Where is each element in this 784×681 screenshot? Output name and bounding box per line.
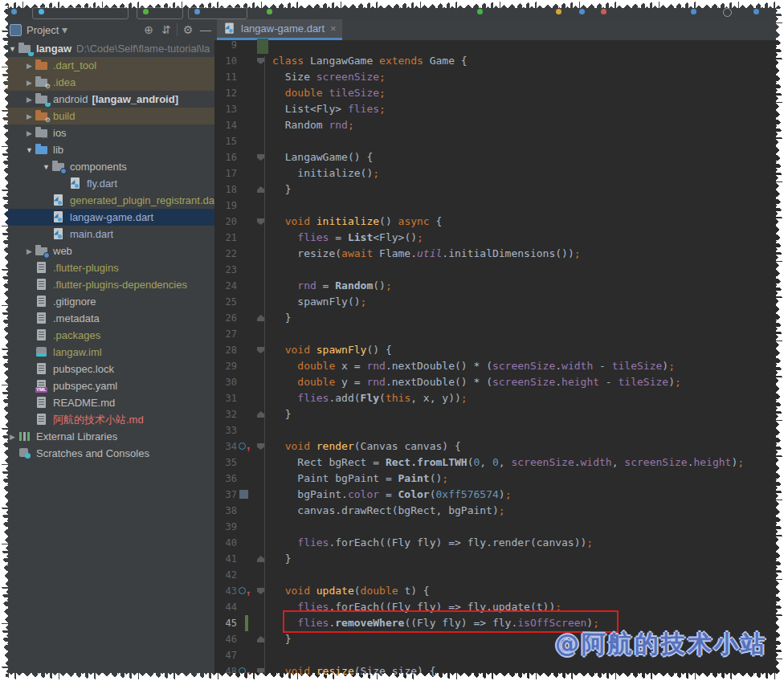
code-line-22[interactable]: 22 resize(await Flame.util.initialDimens… bbox=[214, 246, 782, 262]
code-line-36[interactable]: 36 Paint bgPaint = Paint(); bbox=[214, 471, 782, 487]
tree-item-.flutter-plugins-dependencies[interactable]: .flutter-plugins-dependencies bbox=[2, 276, 214, 293]
fold-open-icon[interactable] bbox=[257, 58, 264, 64]
code-line-26[interactable]: 26 } bbox=[214, 310, 782, 326]
code-line-37[interactable]: 37 bgPaint.color = Color(0xff576574); bbox=[214, 487, 782, 503]
close-icon[interactable]: × bbox=[330, 22, 337, 35]
code-line-32[interactable]: 32 } bbox=[214, 406, 782, 422]
code-line-23[interactable]: 23 bbox=[214, 262, 782, 278]
fold-close-icon[interactable] bbox=[257, 636, 264, 642]
tree-item-main.dart[interactable]: main.dart bbox=[2, 226, 214, 243]
overrides-method-icon[interactable] bbox=[239, 587, 246, 594]
tree-closed-arrow-icon[interactable]: ▶ bbox=[23, 79, 35, 87]
color-preview-swatch[interactable] bbox=[239, 490, 248, 499]
code-line-16[interactable]: 16 LangawGame() { bbox=[214, 149, 782, 165]
tree-closed-arrow-icon[interactable]: ▶ bbox=[23, 129, 35, 137]
fold-open-icon[interactable] bbox=[257, 443, 264, 450]
tree-item-langaw-game.dart[interactable]: langaw-game.dart bbox=[2, 209, 214, 226]
code-line-43[interactable]: 43 void update(double t) { bbox=[214, 583, 782, 599]
project-header-title[interactable]: Project bbox=[27, 24, 59, 36]
fold-open-icon[interactable] bbox=[257, 218, 264, 225]
tree-item-.flutter-plugins[interactable]: .flutter-plugins bbox=[2, 259, 214, 276]
code-line-42[interactable]: 42 bbox=[214, 567, 782, 583]
code-line-31[interactable]: 31 flies.add(Fly(this, x, y)); bbox=[214, 390, 782, 406]
tree-item-.gitignore[interactable]: .gitignore bbox=[2, 293, 214, 310]
tree-closed-arrow-icon[interactable]: ▶ bbox=[23, 62, 35, 70]
fold-close-icon[interactable] bbox=[257, 411, 264, 418]
code-line-25[interactable]: 25 spawnFly(); bbox=[214, 294, 782, 310]
tree-item-generated_plugin_registrant.dart[interactable]: generated_plugin_registrant.dart bbox=[2, 192, 214, 209]
tree-closed-arrow-icon[interactable]: ▶ bbox=[23, 112, 35, 120]
tab-langaw-game[interactable]: langaw-game.dart × bbox=[217, 19, 342, 38]
tree-item-.packages[interactable]: .packages bbox=[2, 327, 214, 344]
fold-open-icon[interactable] bbox=[257, 154, 264, 161]
tree-item-langaw[interactable]: ▼langawD:\Code\Self\flame-tutorial\la bbox=[2, 40, 214, 57]
code-line-17[interactable]: 17 initialize(); bbox=[214, 165, 782, 181]
tree-closed-arrow-icon[interactable]: ▶ bbox=[23, 247, 35, 255]
vcs-change-bar[interactable] bbox=[245, 615, 248, 631]
tree-item-readme.md[interactable]: README.md bbox=[2, 394, 214, 411]
tree-item-.metadata[interactable]: .metadata bbox=[2, 310, 214, 327]
tree-item-components[interactable]: ▼components bbox=[2, 158, 214, 175]
editor[interactable]: 910class LangawGame extends Game {11 Siz… bbox=[214, 40, 782, 679]
code-line-33[interactable]: 33 bbox=[214, 422, 782, 438]
code-line-40[interactable]: 40 flies.forEach((Fly fly) => fly.render… bbox=[214, 535, 782, 551]
code-line-28[interactable]: 28 void spawnFly() { bbox=[214, 342, 782, 358]
tree-item-web[interactable]: ▶web bbox=[2, 243, 214, 259]
tree-open-arrow-icon[interactable]: ▼ bbox=[23, 146, 35, 154]
code-line-15[interactable]: 15 bbox=[214, 133, 782, 149]
tree-item-fly.dart[interactable]: fly.dart bbox=[2, 175, 214, 192]
tree-item-.dart_tool[interactable]: ▶.dart_tool bbox=[2, 57, 214, 74]
code-line-30[interactable]: 30 double y = rnd.nextDouble() * (screen… bbox=[214, 374, 782, 390]
fold-close-icon[interactable] bbox=[257, 556, 264, 562]
tree-item-build[interactable]: ▶⚙build bbox=[2, 108, 214, 124]
tree-item--.md[interactable]: 阿航的技术小站.md bbox=[2, 411, 214, 428]
code-line-39[interactable]: 39 bbox=[214, 519, 782, 535]
code-line-35[interactable]: 35 Rect bgRect = Rect.fromLTWH(0, 0, scr… bbox=[214, 455, 782, 471]
code-line-29[interactable]: 29 double x = rnd.nextDouble() * (screen… bbox=[214, 358, 782, 374]
code-line-13[interactable]: 13 List<Fly> flies; bbox=[214, 101, 782, 117]
tree-item-scratches-and-consoles[interactable]: Scratches and Consoles bbox=[2, 445, 214, 462]
code-line-10[interactable]: 10class LangawGame extends Game { bbox=[214, 53, 782, 69]
fold-open-icon[interactable] bbox=[257, 347, 264, 353]
tree-item-.idea[interactable]: ▶⚙.idea bbox=[2, 74, 214, 91]
code-line-12[interactable]: 12 double tileSize; bbox=[214, 85, 782, 101]
fold-column bbox=[253, 406, 267, 422]
code-line-48[interactable]: 48 void resize(Size size) { bbox=[214, 663, 782, 679]
code-line-11[interactable]: 11 Size screenSize; bbox=[214, 69, 782, 85]
tree-item-external-libraries[interactable]: ▶External Libraries bbox=[2, 428, 214, 445]
code-line-24[interactable]: 24 rnd = Random(); bbox=[214, 278, 782, 294]
tree-open-arrow-icon[interactable]: ▼ bbox=[6, 45, 18, 53]
chevron-down-icon[interactable]: ▾ bbox=[59, 23, 70, 36]
tree-closed-arrow-icon[interactable]: ▶ bbox=[23, 96, 35, 104]
fold-close-icon[interactable] bbox=[257, 315, 264, 321]
tree-item-pubspec.yaml[interactable]: YMLpubspec.yaml bbox=[2, 377, 214, 394]
collapse-all-icon[interactable]: ⇵ bbox=[157, 23, 175, 36]
fold-close-icon[interactable] bbox=[257, 186, 264, 193]
tree-item-pubspec.lock[interactable]: pubspec.lock bbox=[2, 361, 214, 377]
tree-item-ios[interactable]: ▶…ios bbox=[2, 124, 214, 141]
code-line-41[interactable]: 41 } bbox=[214, 551, 782, 567]
overrides-method-icon[interactable] bbox=[239, 442, 246, 450]
code-line-14[interactable]: 14 Random rnd; bbox=[214, 117, 782, 133]
code-line-38[interactable]: 38 canvas.drawRect(bgRect, bgPaint); bbox=[214, 503, 782, 519]
code-line-9[interactable]: 9 bbox=[214, 37, 782, 53]
hide-panel-icon[interactable]: — bbox=[197, 23, 214, 36]
vcs-added-block[interactable] bbox=[257, 39, 268, 54]
code-line-27[interactable]: 27 bbox=[214, 326, 782, 342]
fold-open-icon[interactable] bbox=[257, 588, 264, 594]
tree-closed-arrow-icon[interactable]: ▶ bbox=[6, 433, 18, 441]
code-line-34[interactable]: 34 void render(Canvas canvas) { bbox=[214, 438, 782, 455]
tree-item-langaw.iml[interactable]: langaw.iml bbox=[2, 344, 214, 361]
tree-open-arrow-icon[interactable]: ▼ bbox=[40, 163, 52, 171]
code-line-21[interactable]: 21 flies = List<Fly>(); bbox=[214, 230, 782, 246]
tree-item-android[interactable]: ▶android[langaw_android] bbox=[2, 91, 214, 108]
code-line-19[interactable]: 19 bbox=[214, 198, 782, 214]
code-line-20[interactable]: 20 void initialize() async { bbox=[214, 214, 782, 230]
code-line-18[interactable]: 18 } bbox=[214, 181, 782, 198]
locate-file-icon[interactable]: ⊕ bbox=[140, 23, 157, 36]
tree-item-lib[interactable]: ▼lib bbox=[2, 141, 214, 158]
overrides-method-icon[interactable] bbox=[239, 667, 246, 675]
code-area[interactable]: 910class LangawGame extends Game {11 Siz… bbox=[214, 37, 782, 679]
fold-open-icon[interactable] bbox=[257, 668, 264, 675]
gear-icon[interactable]: ⚙ bbox=[179, 23, 197, 36]
